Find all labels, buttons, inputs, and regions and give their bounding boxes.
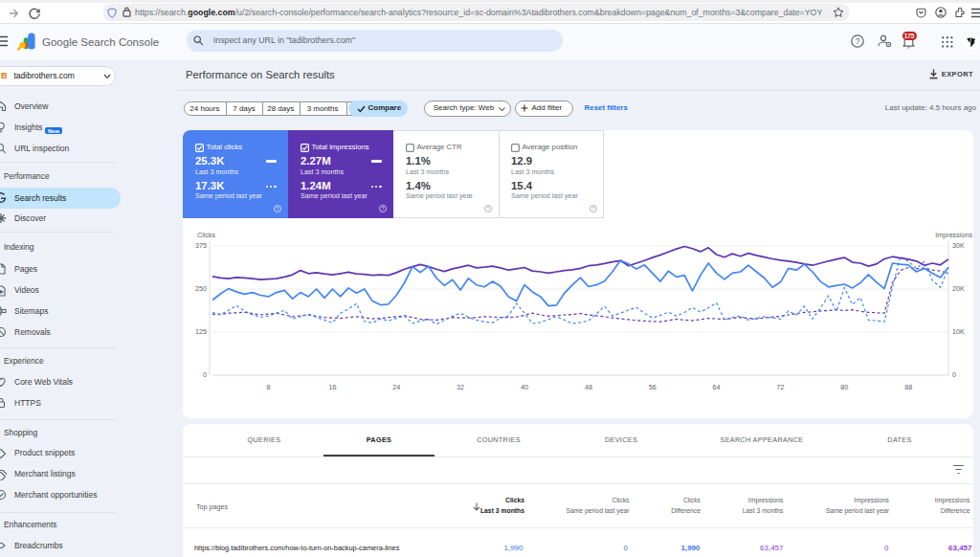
svg-text:?: ? [856, 36, 860, 46]
svg-text:?: ? [382, 206, 385, 212]
svg-text:?: ? [592, 206, 595, 212]
svg-text:?: ? [277, 206, 279, 212]
svg-text:?: ? [487, 206, 490, 212]
